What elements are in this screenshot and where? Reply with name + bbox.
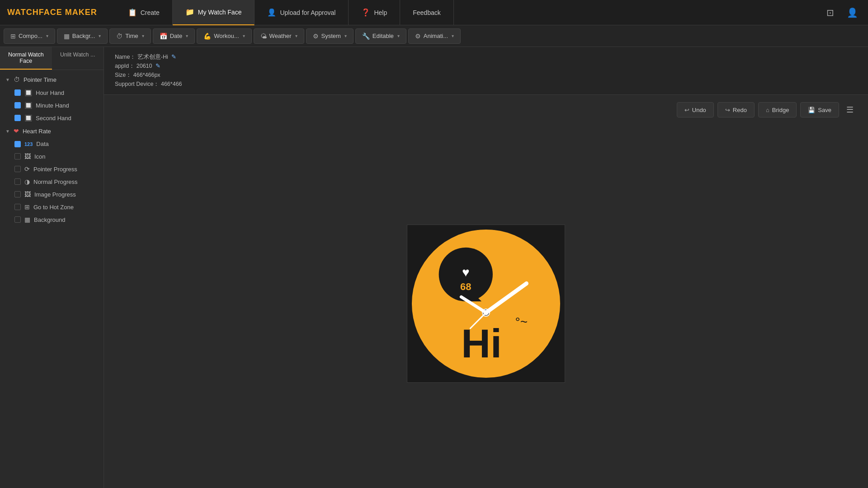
- toolbar-date-btn[interactable]: 📅 Date ▾: [153, 28, 195, 44]
- canvas-toolbar: ↩ Undo ↪ Redo ⌂ Bridge 💾 Save ☰: [677, 102, 857, 117]
- redo-label: Redo: [733, 107, 747, 113]
- image-progress-checkbox[interactable]: [14, 191, 21, 197]
- image-progress-icon: 🖼: [24, 191, 31, 198]
- toolbar-background-btn[interactable]: ▦ Backgr... ▾: [57, 28, 108, 44]
- sidebar-item-image-progress[interactable]: 🖼 Image Progress: [0, 188, 104, 201]
- background-label: Background: [34, 216, 65, 223]
- info-appid-value: 20610: [137, 63, 152, 69]
- redo-button[interactable]: ↪ Redo: [717, 102, 755, 117]
- icon-item-icon: 🖼: [24, 153, 31, 160]
- my-watch-face-icon: 📁: [185, 8, 194, 16]
- watchface-preview: ♥ 68 Hi °~: [407, 225, 565, 383]
- icon-checkbox[interactable]: [14, 153, 21, 160]
- normal-progress-checkbox[interactable]: [14, 178, 21, 185]
- save-button[interactable]: 💾 Save: [800, 102, 839, 117]
- create-icon: 📋: [128, 8, 137, 17]
- time-icon: ⏱: [116, 33, 123, 40]
- nav-my-watch-face[interactable]: 📁 My Watch Face: [173, 0, 255, 25]
- undo-label: Undo: [692, 107, 706, 113]
- weather-icon: 🌤: [260, 33, 267, 40]
- heart-rate-icon: ❤: [14, 127, 19, 135]
- go-to-hot-zone-label: Go to Hot Zone: [33, 204, 74, 211]
- info-name-label: Name：: [115, 54, 136, 60]
- tab-unlit-watch[interactable]: Unlit Watch ...: [52, 47, 104, 70]
- chevron-down-icon: ▾: [46, 33, 48, 38]
- data-checkbox[interactable]: [14, 141, 21, 147]
- group-pointer-time[interactable]: ▼ ⏱ Pointer Time: [0, 73, 104, 86]
- logo: WATCHFACE MAKER: [7, 8, 97, 17]
- nav-upload-label: Upload for Approval: [280, 9, 335, 16]
- canvas-area: ↩ Undo ↪ Redo ⌂ Bridge 💾 Save ☰: [104, 95, 868, 488]
- toolbar-components-label: Compo...: [19, 33, 42, 39]
- edit-name-icon[interactable]: ✎: [171, 54, 176, 60]
- nav-settings-button[interactable]: ⊡: [824, 5, 837, 21]
- normal-progress-icon: ◑: [24, 178, 30, 185]
- sidebar-item-pointer-progress[interactable]: ⟳ Pointer Progress: [0, 163, 104, 175]
- nav-user-button[interactable]: 👤: [844, 5, 861, 21]
- sidebar-item-icon[interactable]: 🖼 Icon: [0, 150, 104, 163]
- help-icon: ❓: [361, 8, 370, 17]
- hour-hand-checkbox[interactable]: [14, 89, 21, 96]
- toolbar-workout-btn[interactable]: 💪 Workou... ▾: [197, 28, 251, 44]
- hour-hand-label: Hour Hand: [36, 89, 64, 96]
- info-size-row: Size： 466*466px: [115, 71, 857, 79]
- group-heart-rate[interactable]: ▼ ❤ Heart Rate: [0, 124, 104, 138]
- pointer-progress-checkbox[interactable]: [14, 166, 21, 172]
- minute-hand-label: Minute Hand: [36, 102, 69, 109]
- sidebar-item-minute-hand[interactable]: 🔲 Minute Hand: [0, 99, 104, 112]
- upload-icon: 👤: [267, 8, 276, 17]
- toolbar-time-btn[interactable]: ⏱ Time ▾: [109, 28, 151, 44]
- background-sidebar-icon: ▦: [24, 216, 30, 223]
- sidebar-item-background[interactable]: ▦ Background: [0, 213, 104, 226]
- toolbar-components-btn[interactable]: ⊞ Compo... ▾: [4, 28, 55, 44]
- nav-create[interactable]: 📋 Create: [115, 0, 173, 25]
- sidebar-item-hour-hand[interactable]: 🔲 Hour Hand: [0, 86, 104, 99]
- sidebar-item-go-to-hot-zone[interactable]: ⊞ Go to Hot Zone: [0, 201, 104, 213]
- nav-upload[interactable]: 👤 Upload for Approval: [255, 0, 349, 25]
- minute-hand-checkbox[interactable]: [14, 102, 21, 108]
- redo-icon: ↪: [725, 107, 730, 113]
- bridge-icon: ⌂: [766, 107, 769, 113]
- sidebar-item-data[interactable]: 123 Data: [0, 138, 104, 150]
- info-appid-label: appId：: [115, 63, 135, 69]
- chevron-down-icon2: ▾: [99, 33, 101, 38]
- edit-appid-icon[interactable]: ✎: [156, 63, 160, 69]
- image-progress-label: Image Progress: [34, 191, 76, 198]
- data-label: Data: [36, 141, 48, 147]
- pointer-time-label: Pointer Time: [24, 76, 57, 83]
- sidebar-item-normal-progress[interactable]: ◑ Normal Progress: [0, 175, 104, 188]
- normal-progress-label: Normal Progress: [33, 178, 78, 185]
- pointer-time-icon: ⏱: [14, 76, 20, 83]
- toolbar-editable-btn[interactable]: 🔧 Editable ▾: [355, 28, 406, 44]
- bridge-button[interactable]: ⌂ Bridge: [758, 102, 797, 117]
- heart-rate-label: Heart Rate: [23, 128, 51, 135]
- sidebar: Normal Watch Face Unlit Watch ... ▼ ⏱ Po…: [0, 47, 104, 488]
- toolbar-system-btn[interactable]: ⚙ System ▾: [306, 28, 354, 44]
- toolbar-animation-label: Animati...: [424, 33, 448, 39]
- undo-button[interactable]: ↩ Undo: [677, 102, 714, 117]
- nav-help[interactable]: ❓ Help: [349, 0, 400, 25]
- toolbar-animation-btn[interactable]: ⚙ Animati... ▾: [408, 28, 461, 44]
- info-support-row: Support Device： 466*466: [115, 80, 857, 88]
- sidebar-item-second-hand[interactable]: 🔲 Second Hand: [0, 112, 104, 124]
- more-options-button[interactable]: ☰: [843, 103, 857, 117]
- second-hand-checkbox[interactable]: [14, 115, 21, 121]
- svg-text:♥: ♥: [462, 265, 470, 279]
- hour-hand-icon: 🔲: [24, 89, 32, 96]
- bg-checkbox[interactable]: [14, 216, 21, 223]
- bridge-label: Bridge: [772, 107, 789, 113]
- chevron-down-icon9: ▾: [452, 33, 454, 38]
- main-layout: Normal Watch Face Unlit Watch ... ▼ ⏱ Po…: [0, 47, 868, 488]
- second-hand-icon: 🔲: [24, 114, 32, 122]
- toolbar-weather-btn[interactable]: 🌤 Weather ▾: [254, 28, 304, 44]
- go-to-hot-zone-checkbox[interactable]: [14, 204, 21, 210]
- nav-feedback[interactable]: Feedback: [400, 0, 453, 25]
- tab-normal-watch-face[interactable]: Normal Watch Face: [0, 47, 52, 70]
- svg-text:Hi: Hi: [461, 321, 501, 366]
- chevron-down-icon8: ▾: [397, 33, 400, 38]
- info-name-row: Name： 艺术创意-Hi ✎: [115, 53, 857, 61]
- svg-text:68: 68: [460, 281, 471, 292]
- toolbar-background-label: Backgr...: [72, 33, 95, 39]
- undo-icon: ↩: [684, 107, 689, 113]
- info-name-value: 艺术创意-Hi: [137, 54, 168, 60]
